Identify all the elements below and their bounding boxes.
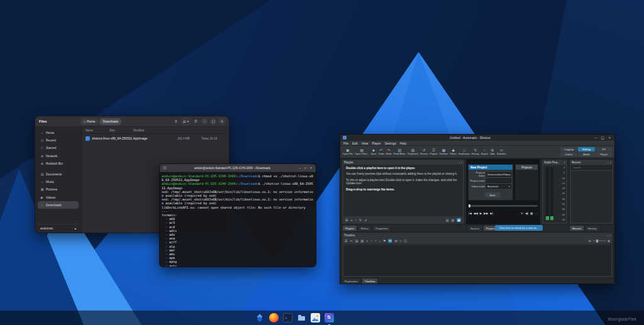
timeline-tool-icon[interactable]: ▤ (355, 239, 358, 243)
sidebar-item[interactable]: ◷ Recent (38, 136, 79, 144)
close-panel-icon[interactable]: × (461, 161, 462, 164)
menu-item[interactable]: Player (370, 141, 382, 145)
toolbar-button[interactable]: ▨ Properties (407, 148, 419, 155)
zoom-in-icon[interactable]: ⊕ (608, 239, 610, 243)
form-field[interactable]: /home/anduin/Videos (486, 172, 511, 177)
toolbar-button[interactable]: ▭ Subtitles (496, 148, 507, 155)
zoom-out-icon[interactable]: ⊖ (589, 239, 591, 243)
layout-toggle-button[interactable]: Logging (560, 147, 577, 151)
toolbar-button[interactable]: ↑ Export (480, 148, 489, 155)
toolbar-button[interactable]: ↺ Recent (419, 148, 429, 155)
maximize-button[interactable]: ▢ (210, 118, 216, 124)
toolbar-button[interactable]: ↻ History (471, 148, 480, 155)
dock-tab[interactable]: History (585, 225, 600, 231)
breadcrumb-item[interactable]: Downloads (99, 118, 121, 125)
toolbar-button[interactable]: ◇ Keyframes (457, 148, 470, 155)
toolbar-button[interactable]: ▥ Peak Meter (392, 148, 406, 155)
sidebar-item[interactable]: ⇄ Network (38, 152, 79, 160)
toolbar-button[interactable]: ▦ Timeline (438, 148, 449, 155)
player-option-icon[interactable]: ⋯ (535, 212, 538, 215)
taskbar-icon[interactable] (325, 313, 334, 322)
minimize-button[interactable]: − (298, 166, 301, 170)
taskbar-icon[interactable] (297, 313, 306, 322)
sidebar-item[interactable]: ▦ Pictures (38, 185, 79, 193)
dock-tab[interactable]: Filters (358, 225, 372, 231)
playlist-tool-icon[interactable]: ☰ (345, 218, 348, 222)
playlist-tool-icon[interactable]: − (355, 218, 357, 222)
playlist-tool-icon[interactable]: + (350, 218, 352, 222)
sidebar-item[interactable]: ♻ Rubbish Bin (38, 160, 79, 167)
layout-toggle-button[interactable]: Editing (578, 147, 595, 151)
layout-toggle-button[interactable]: Player (596, 152, 613, 157)
timeline-tracks[interactable] (343, 245, 611, 276)
menu-icon[interactable]: ☰ (193, 119, 199, 123)
sidebar-item[interactable]: ☆ Starred (38, 144, 79, 151)
sidebar-device[interactable]: anduinos ▴ (38, 224, 79, 230)
timeline-tool-icon[interactable]: ◫ (404, 239, 407, 243)
menu-item[interactable]: View (360, 141, 370, 145)
menu-item[interactable]: Help (398, 141, 408, 145)
sidebar-item[interactable]: ⌂ Home (38, 129, 79, 136)
timeline-tool-icon[interactable]: ▥ (360, 239, 364, 243)
column-header[interactable]: Name (86, 129, 109, 132)
seek-bar[interactable] (469, 205, 538, 207)
start-button[interactable]: Start (485, 192, 500, 197)
float-panel-icon[interactable]: ▫ (458, 161, 459, 164)
column-header[interactable]: Size (109, 129, 133, 132)
seek-handle[interactable] (469, 204, 470, 207)
close-button[interactable]: × (309, 166, 313, 170)
transport-button[interactable]: |◀ (469, 212, 472, 215)
toolbar-button[interactable]: ↷ Redo (385, 148, 392, 155)
timeline-tool-icon[interactable]: ✂ (350, 239, 352, 243)
playlist-tool-icon[interactable]: ▦ (457, 218, 461, 222)
dock-tab[interactable]: Keyframes (341, 278, 361, 284)
menu-item[interactable]: Edit (350, 141, 360, 145)
form-field[interactable]: Automatic (486, 184, 511, 189)
toolbar-button[interactable]: ↶ Undo (377, 148, 385, 155)
transport-button[interactable]: ▶ (480, 212, 482, 215)
minimize-button[interactable]: – (594, 136, 598, 140)
timeline-tool-icon[interactable]: ☰ (345, 239, 347, 243)
taskbar-icon[interactable] (283, 313, 292, 322)
timeline-tool-icon[interactable]: ⇄ (394, 239, 397, 243)
close-button[interactable]: × (219, 118, 225, 124)
update-check-button[interactable]: Click here to check for a new ve... (495, 225, 543, 231)
close-panel-icon[interactable]: × (609, 234, 611, 237)
playlist-tool-icon[interactable]: ▥ (452, 218, 455, 222)
timeline-tool-icon[interactable]: − (370, 239, 372, 243)
player-option-icon[interactable]: ↻ (521, 212, 523, 215)
sidebar-item[interactable]: ♪ Music (38, 178, 79, 185)
toolbar-button[interactable]: ⚙ Jobs (489, 148, 496, 155)
close-button[interactable]: × (608, 136, 612, 140)
taskbar-icon[interactable] (269, 313, 279, 322)
transport-button[interactable]: ▶| (490, 212, 493, 215)
layout-toggle-button[interactable]: FX (596, 147, 613, 151)
dock-tab[interactable]: Playlist (342, 225, 357, 231)
layout-toggle-button[interactable]: Audio (578, 152, 595, 157)
player-option-icon[interactable]: ▦ (530, 212, 533, 215)
timeline-tool-icon[interactable]: ↑ (375, 239, 377, 243)
layout-toggle-button[interactable]: Colour (560, 152, 577, 157)
taskbar-icon[interactable] (311, 313, 320, 322)
float-panel-icon[interactable]: ▫ (608, 161, 608, 164)
playlist-tool-icon[interactable]: ✔ (365, 218, 367, 222)
transport-button[interactable]: ▶▶ (484, 212, 488, 215)
menu-item[interactable]: Settings (383, 141, 398, 145)
dock-tab[interactable]: Properties (372, 225, 391, 231)
toolbar-button[interactable]: ▤ Open Other... (353, 148, 370, 155)
column-header[interactable]: Modified (133, 129, 157, 132)
sidebar-item[interactable]: ↓ Downloads (38, 201, 79, 209)
player-option-icon[interactable]: ◀) (525, 212, 528, 215)
search-icon[interactable]: ⚲ (174, 119, 179, 123)
recent-list[interactable] (571, 171, 612, 223)
maximize-button[interactable]: □ (304, 166, 307, 170)
form-field[interactable] (486, 179, 511, 183)
maximize-button[interactable]: ▢ (600, 136, 606, 140)
close-panel-icon[interactable]: × (564, 161, 565, 164)
timeline-tool-icon[interactable]: ≈ (400, 239, 402, 243)
dock-tab[interactable]: Timeline (362, 278, 378, 284)
toolbar-button[interactable]: ◆ Filters (449, 148, 457, 155)
breadcrumb-item[interactable]: ⌂ Home (80, 118, 98, 125)
minimize-button[interactable]: − (201, 118, 208, 124)
close-panel-icon[interactable]: × (610, 161, 611, 164)
